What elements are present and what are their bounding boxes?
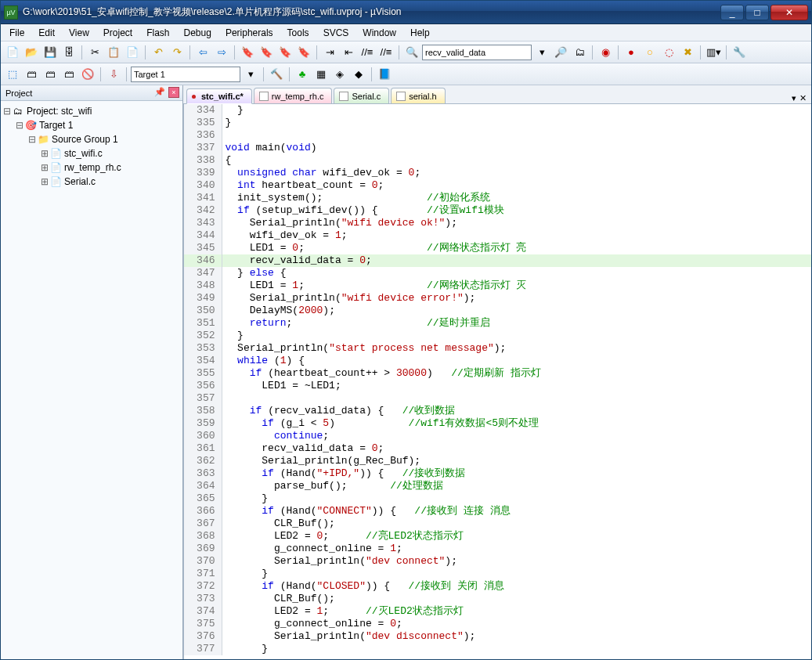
code-line[interactable]: continue;: [222, 430, 811, 442]
bookmark-clear-button[interactable]: 🔖: [295, 44, 312, 61]
build-button[interactable]: 🗃: [23, 66, 40, 83]
code-line[interactable]: CLR_Buf();: [222, 593, 811, 605]
code-line[interactable]: Serial_println("start process net messag…: [222, 342, 811, 355]
code-line[interactable]: }: [222, 330, 811, 342]
code-line[interactable]: g_connect_online = 0;: [222, 618, 811, 630]
code-line[interactable]: if (setup_wifi_dev()) { //设置wifi模块: [222, 204, 811, 217]
code-line[interactable]: DelayMS(2000);: [222, 305, 811, 317]
code-line[interactable]: init_system(); //初始化系统: [222, 192, 811, 204]
bookmark-prev-button[interactable]: 🔖: [258, 44, 275, 61]
menu-help[interactable]: Help: [403, 25, 437, 41]
tab-close-button[interactable]: ✕: [799, 93, 807, 103]
close-button[interactable]: ✕: [770, 5, 808, 20]
rebuild-button[interactable]: 🗃: [42, 66, 59, 83]
find-button[interactable]: 🔍: [403, 44, 420, 61]
editor-tab[interactable]: Serial.c: [334, 88, 389, 103]
code-line[interactable]: if (Hand("CLOSED")) { //接收到 关闭 消息: [222, 580, 811, 593]
breakpoint-enable-button[interactable]: ○: [641, 44, 659, 61]
tree-group[interactable]: ⊟📁 Source Group 1: [2, 132, 181, 146]
configure-button[interactable]: 🔧: [731, 44, 748, 61]
pack-installer-button[interactable]: ◆: [350, 66, 367, 83]
open-file-button[interactable]: 📂: [23, 44, 40, 61]
translate-button[interactable]: ⬚: [4, 66, 21, 83]
find-combo[interactable]: [422, 45, 532, 60]
find-in-files-button[interactable]: 🗂: [571, 44, 588, 61]
bookmark-toggle-button[interactable]: 🔖: [239, 44, 256, 61]
target-combo[interactable]: [131, 67, 240, 82]
redo-button[interactable]: ↷: [168, 44, 186, 61]
code-line[interactable]: unsigned char wifi_dev_ok = 0;: [222, 167, 811, 179]
breakpoint-kill-button[interactable]: ✖: [679, 44, 696, 61]
code-line[interactable]: } else {: [222, 267, 811, 280]
pane-close-icon[interactable]: ×: [168, 87, 179, 98]
comment-button[interactable]: //≡: [359, 44, 376, 61]
window-layout-button[interactable]: ▥▾: [705, 44, 722, 61]
code-line[interactable]: CLR_Buf();: [222, 518, 811, 530]
bookmark-next-button[interactable]: 🔖: [276, 44, 294, 61]
incremental-find-button[interactable]: 🔎: [552, 44, 569, 61]
code-line[interactable]: if (heartbeat_count++ > 30000) //定期刷新 指示…: [222, 367, 811, 380]
tree-file[interactable]: ⊞📄stc_wifi.c: [2, 146, 181, 160]
pin-icon[interactable]: 📌: [154, 87, 165, 97]
code-line[interactable]: wifi_dev_ok = 1;: [222, 229, 811, 242]
code-line[interactable]: void main(void): [222, 142, 811, 154]
menu-peripherals[interactable]: Peripherals: [218, 25, 280, 41]
cut-button[interactable]: ✂: [86, 44, 103, 61]
code-line[interactable]: parse_buf(); //处理数据: [222, 480, 811, 492]
code-line[interactable]: LED1 = 1; //网络状态指示灯 灭: [222, 280, 811, 292]
code-line[interactable]: while (1) {: [222, 355, 811, 367]
code-editor[interactable]: 334 }335}336337void main(void)338{339 un…: [183, 104, 811, 659]
debug-start-button[interactable]: ◉: [597, 44, 614, 61]
nav-back-button[interactable]: ⇦: [194, 44, 211, 61]
code-line[interactable]: Serial_println("wifi device error!");: [222, 292, 811, 305]
tree-file[interactable]: ⊞📄rw_temp_rh.c: [2, 160, 181, 175]
code-line[interactable]: Serial_println("dev connect");: [222, 555, 811, 568]
menu-view[interactable]: View: [62, 25, 96, 41]
breakpoint-disable-button[interactable]: ◌: [660, 44, 677, 61]
tree-target[interactable]: ⊟🎯 Target 1: [2, 118, 181, 132]
code-line[interactable]: }: [222, 643, 811, 655]
code-line[interactable]: g_connect_online = 1;: [222, 543, 811, 555]
menu-project[interactable]: Project: [96, 25, 139, 41]
code-line[interactable]: int heartbeat_count = 0;: [222, 179, 811, 192]
indent-button[interactable]: ⇥: [321, 44, 338, 61]
code-line[interactable]: [222, 129, 811, 142]
code-line[interactable]: recv_valid_data = 0;: [222, 442, 811, 455]
code-line[interactable]: LED2 = 0; //亮LED2状态指示灯: [222, 530, 811, 543]
menu-flash[interactable]: Flash: [139, 25, 176, 41]
menu-window[interactable]: Window: [355, 25, 403, 41]
batch-build-button[interactable]: 🗃: [60, 66, 78, 83]
new-file-button[interactable]: 📄: [4, 44, 21, 61]
code-line[interactable]: if (Hand("CONNECT")) { //接收到 连接 消息: [222, 505, 811, 518]
copy-button[interactable]: 📋: [105, 44, 122, 61]
save-button[interactable]: 💾: [42, 44, 59, 61]
code-line[interactable]: }: [222, 104, 811, 117]
code-line[interactable]: LED1 = ~LED1;: [222, 380, 811, 392]
code-line[interactable]: if (Hand("+IPD,")) { //接收到数据: [222, 467, 811, 480]
code-line[interactable]: }: [222, 568, 811, 580]
menu-tools[interactable]: Tools: [280, 25, 316, 41]
breakpoint-insert-button[interactable]: ●: [623, 44, 640, 61]
outdent-button[interactable]: ⇤: [340, 44, 357, 61]
code-line[interactable]: {: [222, 154, 811, 167]
tree-file[interactable]: ⊞📄Serial.c: [2, 175, 181, 189]
code-line[interactable]: Serial_println("dev disconnect");: [222, 630, 811, 643]
uncomment-button[interactable]: //≡: [377, 44, 395, 61]
undo-button[interactable]: ↶: [150, 44, 167, 61]
menu-debug[interactable]: Debug: [177, 25, 218, 41]
code-line[interactable]: return; //延时并重启: [222, 317, 811, 330]
code-line[interactable]: [222, 392, 811, 405]
code-line[interactable]: Serial_println(g_Rec_Buf);: [222, 455, 811, 467]
code-line[interactable]: if (recv_valid_data) { //收到数据: [222, 405, 811, 417]
nav-fwd-button[interactable]: ⇨: [213, 44, 230, 61]
save-all-button[interactable]: 🗄: [60, 44, 78, 61]
code-line[interactable]: recv_valid_data = 0;: [222, 254, 811, 267]
stop-build-button[interactable]: 🚫: [79, 66, 96, 83]
manage-components-button[interactable]: ▦: [312, 66, 330, 83]
menu-svcs[interactable]: SVCS: [316, 25, 356, 41]
target-options-button[interactable]: 🔨: [268, 66, 285, 83]
target-dropdown[interactable]: ▾: [242, 66, 259, 83]
code-line[interactable]: }: [222, 492, 811, 505]
code-line[interactable]: LED1 = 0; //网络状态指示灯 亮: [222, 242, 811, 254]
books-button[interactable]: 📘: [376, 66, 393, 83]
